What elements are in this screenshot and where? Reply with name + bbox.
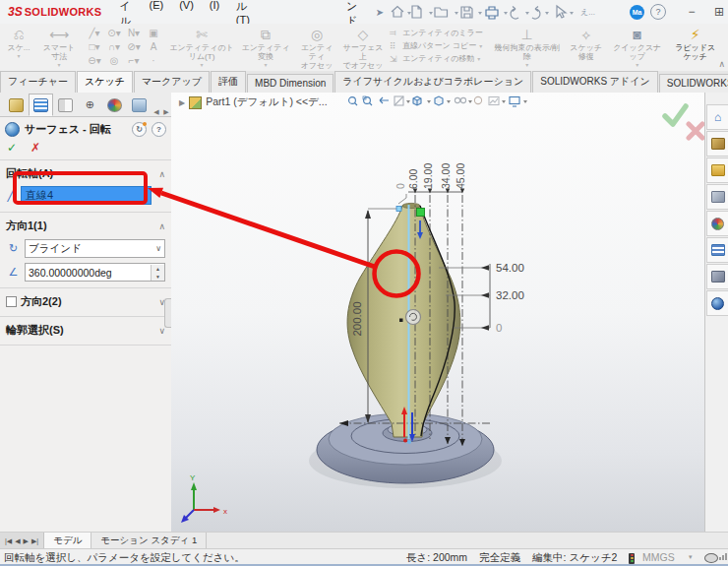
status-editing: 編集中: スケッチ2 bbox=[532, 551, 617, 565]
collapse-icon[interactable]: ∧ bbox=[158, 221, 165, 231]
minimize-button[interactable]: − bbox=[678, 1, 705, 23]
instant2d-button[interactable]: ⌗ Instant2D bbox=[722, 25, 728, 53]
help-icon[interactable]: ? bbox=[650, 4, 666, 20]
file-explorer-button[interactable] bbox=[706, 157, 728, 183]
user-avatar[interactable]: Ma bbox=[630, 5, 644, 20]
axis-of-revolution-section[interactable]: 回転軸(A) ∧ bbox=[0, 160, 171, 184]
titlebar: 3S SOLIDWORKS ファイル(F) 編集(E) 表示(V) 挿入(I) … bbox=[0, 0, 728, 24]
axis-selection-box[interactable]: 直線4 bbox=[21, 186, 152, 205]
propertymanager-header: サーフェス - 回転 ↻ ? bbox=[0, 117, 171, 140]
custom-properties-button[interactable] bbox=[706, 237, 728, 263]
sw-forum-button[interactable] bbox=[706, 264, 728, 289]
visibility-icon[interactable] bbox=[704, 553, 718, 563]
tab-scroll-controls[interactable]: |◀ ◀ ▶ ▶| bbox=[0, 533, 44, 549]
keep-visible-icon[interactable]: ↻ bbox=[132, 122, 147, 137]
panel-extra-icon bbox=[132, 98, 147, 112]
direction2-checkbox[interactable] bbox=[6, 296, 17, 307]
globe-icon bbox=[711, 297, 724, 310]
tab-addins[interactable]: SOLIDWORKS アドイン bbox=[532, 71, 658, 93]
save-icon bbox=[461, 7, 472, 18]
top-ordinate-dimensions[interactable]: 0 6.00 19.00 34.00 45.00 bbox=[394, 163, 466, 204]
next-tab-icon[interactable]: ▶ bbox=[24, 537, 29, 545]
arc-tool-icon: ∩▾ bbox=[108, 41, 120, 52]
tab-markup[interactable]: マークアップ bbox=[134, 71, 210, 93]
revolve-direction-icon: ↻ bbox=[6, 241, 21, 256]
properties-list-icon bbox=[711, 244, 725, 256]
triad-x-axis bbox=[213, 507, 220, 513]
linear-pattern-button: ⠿直線パターン コピー▾ bbox=[390, 39, 483, 52]
qat-icons[interactable]: え... bbox=[388, 3, 624, 21]
direction2-section[interactable]: 方向2(2) ∨ bbox=[0, 288, 171, 312]
svg-text:19.00: 19.00 bbox=[422, 163, 434, 189]
featuremanager-icon bbox=[9, 98, 24, 112]
spin-down-icon[interactable]: ▼ bbox=[152, 273, 164, 281]
direction1-section[interactable]: 方向1(1) ∧ bbox=[0, 213, 171, 236]
layout-button[interactable]: ⊞ bbox=[705, 1, 728, 23]
status-bar: 回転軸を選択し、パラメータを設定してください。 長さ: 200mm 完全定義 編… bbox=[0, 548, 728, 565]
model-scene[interactable]: 0 6.00 19.00 34.00 45.00 54.00 32.00 0 bbox=[171, 93, 704, 532]
tab-dimxpert[interactable]: ⊕ bbox=[78, 94, 102, 116]
exit-sketch-icon: ⎌ bbox=[13, 26, 24, 43]
slot-tool-icon: ⊖▾ bbox=[88, 55, 100, 66]
tab-evaluate[interactable]: 評価 bbox=[211, 71, 246, 93]
undo-icon bbox=[511, 7, 518, 20]
tab-cam[interactable]: SOLIDWORKS CAM bbox=[659, 74, 728, 93]
angle-input[interactable]: 360.00000000deg ▲▼ bbox=[25, 263, 165, 282]
tab-mbd-dimension[interactable]: MBD Dimension bbox=[247, 74, 334, 93]
confirm-ok-check-icon bbox=[665, 106, 686, 124]
status-message: 回転軸を選択し、パラメータを設定してください。 bbox=[4, 551, 245, 565]
panel-help-icon[interactable]: ? bbox=[152, 122, 166, 137]
units-caret-icon[interactable]: ▾ bbox=[689, 553, 693, 561]
surface-offset-icon: ◇ bbox=[358, 26, 369, 43]
ok-button[interactable]: ✓ bbox=[7, 141, 17, 155]
revolved-surface-body[interactable] bbox=[347, 203, 460, 437]
rapid-sketch-button[interactable]: ⚡ ラピッドスケッチ bbox=[669, 25, 722, 62]
model-tab[interactable]: モデル bbox=[44, 533, 91, 549]
collapse-icon[interactable]: ∧ bbox=[158, 169, 165, 179]
panel-tab-right-icon[interactable]: ▶ bbox=[161, 108, 171, 116]
angle-row: ∠ 360.00000000deg ▲▼ bbox=[0, 260, 171, 283]
confirmation-corner[interactable] bbox=[665, 106, 702, 138]
appearances-button[interactable] bbox=[706, 211, 728, 236]
selected-contours-section[interactable]: 輪郭選択(S) ∨ bbox=[0, 317, 171, 341]
cancel-button[interactable]: ✗ bbox=[30, 141, 40, 155]
confirm-cancel-x-icon bbox=[689, 124, 702, 138]
line-tool-icon: ╱▾ bbox=[89, 28, 99, 38]
tab-lifecycle[interactable]: ライフサイクルおよびコラボレーション bbox=[334, 71, 531, 93]
spin-up-icon[interactable]: ▲ bbox=[152, 265, 164, 273]
end-condition-select[interactable]: ブラインド∨ bbox=[25, 239, 165, 258]
design-library-button[interactable] bbox=[706, 131, 728, 157]
angle-icon: ∠ bbox=[6, 265, 21, 280]
smart-dimension-button: ⟷ スマート寸法▾ bbox=[36, 25, 82, 70]
move-entities-button: ⇲エンティティの移動▾ bbox=[390, 52, 483, 65]
3dexperience-button[interactable] bbox=[706, 290, 728, 316]
tab-more[interactable] bbox=[127, 94, 152, 116]
last-tab-icon[interactable]: ▶| bbox=[31, 537, 38, 545]
logo-3s-icon: 3S bbox=[8, 5, 23, 19]
propertymanager-panel: ⊕ ◀ ▶ サーフェス - 回転 ↻ ? ✓ ✗ 回転軸(A) ∧ ╱ 直線4 bbox=[0, 93, 172, 532]
linear-pattern-icon: ⠿ bbox=[390, 41, 399, 51]
repair-sketch-button: ⟡ スケッチ 修復 bbox=[567, 25, 606, 62]
svg-text:0: 0 bbox=[496, 322, 502, 334]
svg-text:6.00: 6.00 bbox=[407, 168, 419, 189]
prev-tab-icon[interactable]: ◀ bbox=[15, 537, 20, 545]
first-tab-icon[interactable]: |◀ bbox=[5, 537, 12, 545]
tab-configurationmanager[interactable] bbox=[53, 94, 78, 116]
view-palette-button[interactable] bbox=[706, 184, 728, 210]
tab-features[interactable]: フィーチャー bbox=[0, 71, 76, 93]
quick-snaps-button[interactable]: ◙ クイックスナップ▾ bbox=[610, 25, 665, 70]
quick-access-toolbar: え... Ma ? bbox=[388, 3, 666, 21]
tab-propertymanager[interactable] bbox=[29, 94, 53, 116]
graphics-viewport[interactable]: ▶ Part1 (デフォルト) <<デ... bbox=[171, 93, 704, 532]
sketch-ribbon: ⎌ スケ...▾ ⟷ スマート寸法▾ ╱▾ ⊙▾ N▾ ▣ □▾ ∩▾ ⊘▾ A… bbox=[0, 24, 728, 72]
propertymanager-title: サーフェス - 回転 bbox=[25, 122, 111, 137]
tab-sketch[interactable]: スケッチ bbox=[77, 71, 133, 93]
menu-pin-icon[interactable]: ➤ bbox=[372, 7, 388, 18]
tab-displaymanager[interactable] bbox=[102, 94, 127, 116]
tab-featuremanager[interactable] bbox=[4, 94, 29, 116]
ribbon-collapse-icon[interactable]: ∧ bbox=[718, 59, 725, 69]
units-selector[interactable]: MMGS bbox=[642, 551, 675, 563]
panel-tab-left-icon[interactable]: ◀ bbox=[152, 108, 161, 116]
motion-study-tab[interactable]: モーション スタディ 1 bbox=[91, 533, 207, 549]
sw-resources-home-button[interactable]: ⌂ bbox=[706, 104, 728, 130]
